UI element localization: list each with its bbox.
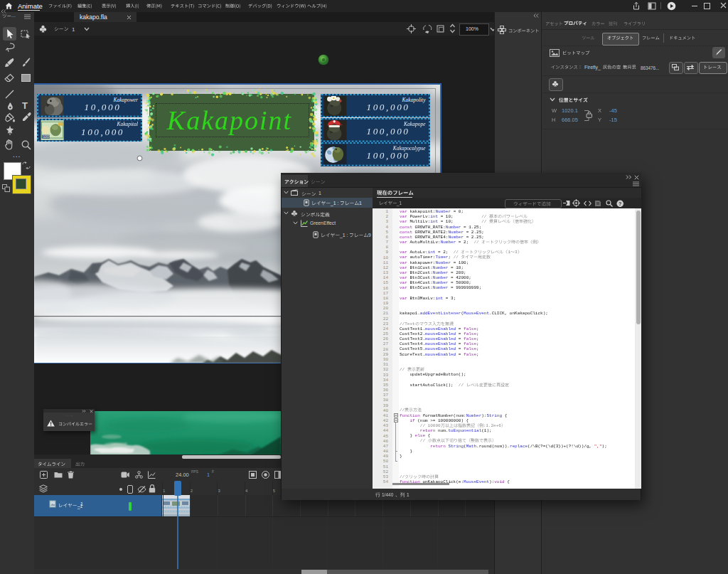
svg-text:?: ?: [619, 201, 621, 206]
svg-text:100: 100: [43, 134, 49, 139]
